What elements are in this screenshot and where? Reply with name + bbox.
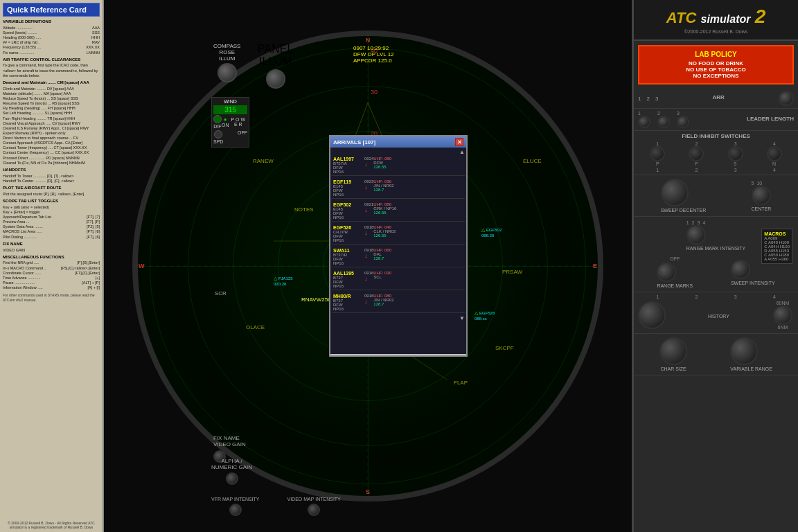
arrivals-close-button[interactable]: ✕ xyxy=(455,138,463,146)
center-num-10: 10 xyxy=(756,181,762,186)
fis-switch-n[interactable] xyxy=(767,146,782,161)
history-knob[interactable] xyxy=(638,301,666,329)
misc-pause: Pause ...................[ALT] + [P] xyxy=(3,281,100,285)
scope-tabs-title: SCOPE TAB LIST TOGGLES xyxy=(3,199,100,204)
scope-sys-data: System Data Area ........[F2], [5] xyxy=(3,224,100,229)
arr-numbers: 1 2 3 xyxy=(638,96,658,102)
compass-panel: COMPASSROSEILLUM xyxy=(213,43,240,84)
arrival-row-1: EGF119 E145 DFW NP16 0923 ↓ UHF: 036 JIN… xyxy=(332,178,465,199)
sweep-intensity-knob[interactable] xyxy=(731,260,750,279)
arrivals-scroll-up[interactable]: ▲ xyxy=(332,149,465,155)
fis-l-n: N xyxy=(772,161,776,166)
history-label: HISTORY xyxy=(708,314,729,319)
right-panel: ATC simulator 2 ©2000-2012 Russell B. Do… xyxy=(632,0,798,532)
policy-line1: NO FOOD OR DRINK xyxy=(644,60,788,66)
aircraft-fja: △ FJA125020.26 xyxy=(274,276,293,286)
center-knob[interactable] xyxy=(752,186,771,205)
fis-switch-p[interactable] xyxy=(650,146,665,161)
arr-fix-0: NP16 xyxy=(333,170,357,174)
fix-eluce: ELUCE xyxy=(523,158,542,164)
arr-status-3: UHF: 040 CLK / NR02 126.55 xyxy=(373,225,415,242)
cmd-climb: Climb and Maintain ......... DV [space] … xyxy=(3,87,100,91)
char-size-label: CHAR SIZE xyxy=(659,366,687,371)
compass-knob[interactable] xyxy=(218,63,237,82)
center-nums: 5 10 xyxy=(752,181,772,186)
char-size-knob[interactable] xyxy=(659,337,687,365)
video-knob[interactable] xyxy=(308,504,320,516)
leader-knob-1[interactable] xyxy=(638,116,650,128)
fis-switch-5[interactable] xyxy=(728,146,743,161)
wind-spd-row: SPD OFF xyxy=(213,129,247,145)
history-row: HISTORY 60NM 6NM xyxy=(638,299,794,331)
fis-letters-row: P F 5 N xyxy=(638,161,794,166)
center-label: CENTER xyxy=(752,206,772,211)
dist-6nm: 6NM xyxy=(773,325,792,330)
misc-coord: Coordinate Cursor ......[F7],[C],[Enter] xyxy=(3,271,100,276)
arr-section: 1 2 3 ARR xyxy=(634,89,798,109)
handoffs-title: HANDOFFS xyxy=(3,168,100,173)
wind-dif-label: DIF xyxy=(213,124,222,129)
range-marks-knob[interactable] xyxy=(657,263,676,282)
rm-num-2: 2 xyxy=(692,220,695,225)
arr-arrow-4: ↓ xyxy=(364,252,373,259)
arrivals-scroll-down[interactable]: ▼ xyxy=(332,315,465,321)
var-rav: ## = LRC (if ship hit) .RAV xyxy=(3,40,100,45)
range-mark-intensity-knob[interactable] xyxy=(686,225,706,245)
sweep-row: SWEEP DECENTER 5 10 CENTER xyxy=(638,177,794,214)
scope-key-plus: Key + (all) (also = selected) xyxy=(3,205,100,210)
alpha-num-knob[interactable] xyxy=(226,472,238,485)
sweep-decenter-knob[interactable] xyxy=(661,179,689,206)
cmd-maintain: Maintain (altitude) ........ MA [space] … xyxy=(3,91,100,96)
leader-knob-group-1: 1 xyxy=(638,111,650,128)
variable-range-knob[interactable] xyxy=(730,337,758,365)
fix-skcpf: SKCPF xyxy=(495,345,514,351)
arr-status-5: UHF: 030 SCL xyxy=(373,271,415,288)
wind-off-label: OFF xyxy=(238,130,247,135)
history-section: 1 2 3 4 HISTORY 60NM 6NM xyxy=(634,292,798,334)
aircraft-egf: △ EGF502088.26 xyxy=(481,227,502,238)
arr-callsign-6: MH80/R xyxy=(333,294,364,299)
wind-spd-circle[interactable] xyxy=(214,130,222,139)
wind-direction: 315 xyxy=(213,105,247,114)
arr-knob[interactable] xyxy=(779,91,794,106)
misc-time: Time Advance ............[+] xyxy=(3,276,100,281)
rm-nums: 1 2 3 4 xyxy=(686,220,746,225)
distance-knob[interactable] xyxy=(773,305,792,325)
arr-alt-6: 128.7 xyxy=(373,302,415,306)
fis-switch-f[interactable] xyxy=(689,146,704,161)
arr-fix-6: NP16 xyxy=(333,307,357,311)
scope-preview: Preview Area ...[F7], [P] xyxy=(3,220,100,224)
variable-range-group: VARIABLE RANGE xyxy=(730,337,772,371)
leader-label: LEADER LENGTH xyxy=(747,116,794,122)
panel-knob[interactable] xyxy=(266,69,285,89)
radar-area: COMPASSROSEILLUM PANELILLUM WIND 315 DIF… xyxy=(104,0,632,532)
arr-fix-2: NP16 xyxy=(333,215,357,220)
fix-ranew: RANEW xyxy=(253,158,274,164)
arrivals-titlebar: ARRIVALS [107] ✕ xyxy=(330,136,466,148)
cmd-resume: Resume Speed To (knots) ... RS [space] S… xyxy=(3,101,100,106)
commands-title: Descend and Maintain ....... CM [space] … xyxy=(3,80,100,86)
sweep-intensity-label: SWEEP INTENSITY xyxy=(731,281,775,285)
leader-controls: 1 2 3 xyxy=(638,111,689,128)
fis-n1: 1 xyxy=(656,141,659,146)
wind-on: ● ON xyxy=(222,116,229,127)
leader-num-2: 2 xyxy=(657,111,670,116)
hist-num-4: 4 xyxy=(773,294,776,299)
fis-n4: 4 xyxy=(773,141,776,146)
hist-num-1: 1 xyxy=(656,294,659,299)
arrivals-body[interactable]: ▲ AAL1997 B757/A DFW NP16 0924 ↓ UHF: 08… xyxy=(330,148,466,354)
scope-key-enter: Key + [Enter] = toggle xyxy=(3,210,100,215)
leader-knob-3[interactable] xyxy=(677,116,689,128)
fis-l-5: 5 xyxy=(734,161,736,166)
leader-length-section: 1 2 3 LEADER LENGTH xyxy=(634,109,798,131)
wind-dif-circle[interactable] xyxy=(213,115,222,123)
leader-knob-2[interactable] xyxy=(657,116,670,128)
vfr-knob[interactable] xyxy=(229,504,242,516)
arr-alt-4: 128.7 xyxy=(373,256,415,260)
arrivals-title: ARRIVALS [107] xyxy=(333,139,375,145)
field-inhibit-section: FIELD INHIBIT SWITCHES 1 2 3 4 P F 5 N 1… xyxy=(634,131,798,175)
arr-dest2-5: SCL xyxy=(373,275,415,279)
wind-pow-label: P O W E R xyxy=(229,117,248,127)
cmd-cleared-ils: Cleared ILS Runway (RWY) Appr.. CI [spac… xyxy=(3,126,100,131)
hist-num-2: 2 xyxy=(695,294,698,299)
